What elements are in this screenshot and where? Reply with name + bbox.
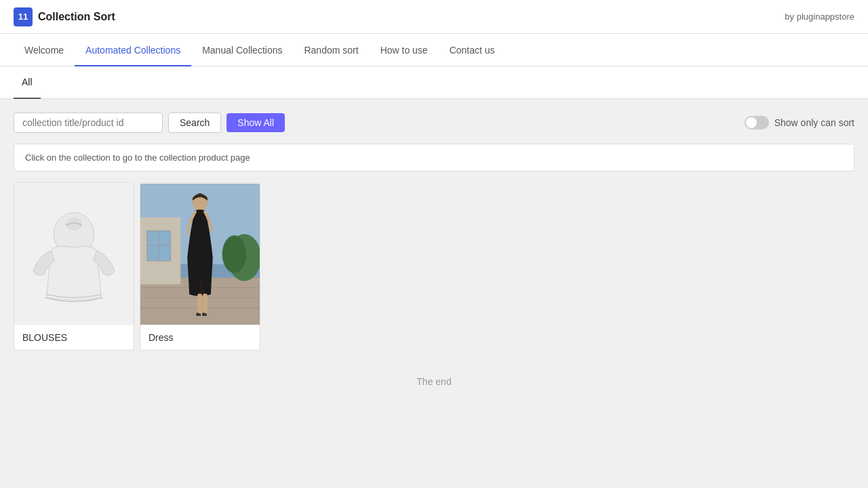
card-image-dress [140, 183, 260, 325]
main-content: Search Show All Show only can sort Click… [0, 99, 868, 488]
toggle-label: Show only can sort [774, 117, 854, 128]
nav-item-manual-collections[interactable]: Manual Collections [191, 34, 293, 66]
collection-card-dress[interactable]: Dress [140, 182, 260, 350]
nav-item-automated-collections[interactable]: Automated Collections [75, 34, 191, 66]
card-image-blouses [14, 183, 134, 325]
nav-bar: Welcome Automated Collections Manual Col… [0, 34, 868, 66]
svg-rect-20 [203, 293, 208, 314]
nav-item-contact-us[interactable]: Contact us [439, 34, 506, 66]
collection-card-blouses[interactable]: BLOUSES [14, 182, 134, 350]
logo-icon: 11 [14, 7, 33, 26]
nav-item-random-sort[interactable]: Random sort [293, 34, 369, 66]
toggle-area: Show only can sort [745, 116, 854, 129]
search-input[interactable] [14, 113, 163, 133]
logo-area: 11 Collection Sort [14, 7, 115, 26]
svg-point-10 [222, 235, 247, 272]
card-title-blouses: BLOUSES [14, 325, 134, 350]
filter-tab-all[interactable]: All [14, 66, 41, 99]
nav-item-how-to-use[interactable]: How to use [370, 34, 439, 66]
svg-rect-19 [197, 293, 202, 314]
app-title: Collection Sort [38, 11, 115, 23]
card-title-dress: Dress [140, 325, 260, 350]
show-all-button[interactable]: Show All [226, 113, 285, 132]
filter-tabs: All [0, 66, 868, 99]
collection-grid: BLOUSES [14, 182, 854, 356]
search-button[interactable]: Search [168, 113, 221, 133]
show-only-can-sort-toggle[interactable] [745, 116, 769, 129]
info-box: Click on the collection to go to the col… [14, 144, 854, 171]
search-row: Search Show All Show only can sort [14, 113, 854, 133]
by-label: by pluginappstore [785, 12, 854, 22]
top-header: 11 Collection Sort by pluginappstore [0, 0, 868, 34]
the-end: The end [14, 356, 854, 407]
nav-item-welcome[interactable]: Welcome [14, 34, 75, 66]
